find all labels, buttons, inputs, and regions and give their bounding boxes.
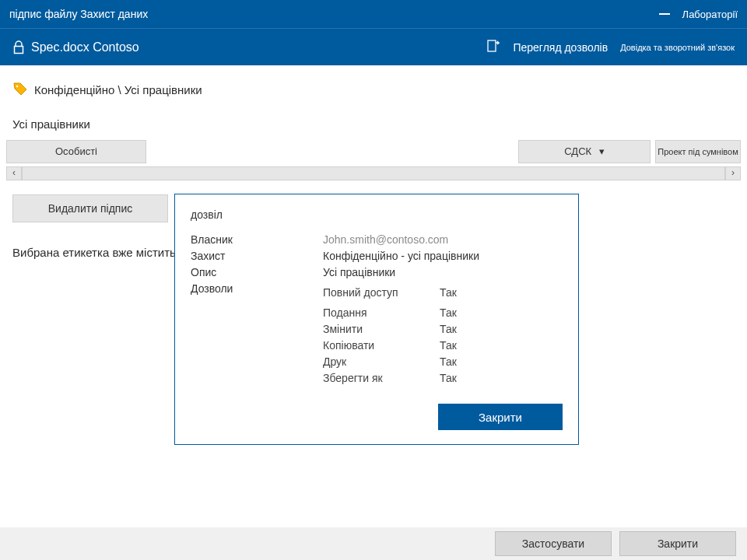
- close-button[interactable]: Закрити: [619, 531, 736, 556]
- permissions-label: Дозволи: [191, 282, 323, 303]
- owner-value: John.smith@contoso.com: [323, 233, 563, 246]
- description-value: Усі працівники: [323, 266, 563, 278]
- perm-val: Так: [440, 286, 486, 299]
- perm-val: Так: [440, 355, 486, 368]
- svg-rect-0: [488, 40, 496, 51]
- perm-key: Змінити: [323, 323, 440, 335]
- lock-icon: [12, 40, 25, 54]
- lab-link[interactable]: Лабораторії: [682, 9, 738, 20]
- minimize-icon[interactable]: [659, 13, 670, 15]
- perm-row: ЗмінитиТак: [323, 323, 563, 335]
- scroll-left-button[interactable]: ‹: [6, 166, 22, 180]
- svg-point-1: [16, 86, 19, 88]
- permissions-first: Повний доступТак: [323, 282, 563, 303]
- label-chip-sdsk[interactable]: СДСК ▾: [518, 140, 651, 163]
- filename: Spec.docx Contoso: [31, 40, 139, 54]
- perm-row: ПоданняТак: [323, 306, 563, 319]
- label-chip-text: СДСК: [564, 145, 591, 157]
- perm-row: Зберегти якТак: [323, 372, 563, 384]
- label-chip-project[interactable]: Проект під сумнівом: [655, 140, 741, 163]
- subheader: Spec.docx Contoso Перегляд дозволів Дові…: [0, 28, 747, 65]
- content-area: Конфіденційно \ Усі працівники Усі праці…: [0, 65, 747, 527]
- label-chip-text: Особисті: [55, 145, 97, 157]
- perm-key: Подання: [323, 306, 440, 319]
- perm-val: Так: [440, 339, 486, 352]
- dialog-heading: дозвіл: [191, 208, 563, 221]
- owner-label: Власник: [191, 233, 323, 246]
- protection-label: Захист: [191, 250, 323, 262]
- titlebar-title: підпис файлу Захист даних: [9, 8, 148, 20]
- scroll-right-button[interactable]: ›: [725, 166, 741, 180]
- perm-key: Копіювати: [323, 339, 440, 352]
- section-title: Усі працівники: [12, 117, 735, 131]
- help-feedback-link[interactable]: Довідка та зворотний зв'язок: [620, 43, 735, 52]
- apply-button[interactable]: Застосувати: [495, 531, 612, 556]
- perm-key: Друк: [323, 355, 440, 368]
- permissions-dialog: дозвіл Власник John.smith@contoso.com За…: [174, 194, 579, 445]
- labels-row: Особисті СДСК ▾ Проект під сумнівом: [6, 140, 741, 163]
- view-permissions-icon[interactable]: [486, 39, 500, 55]
- perm-key: Зберегти як: [323, 372, 440, 384]
- protection-value: Конфіденційно - усі працівники: [323, 250, 563, 262]
- chevron-down-icon: ▾: [599, 141, 605, 163]
- description-label: Опис: [191, 266, 323, 278]
- label-chip-text: Проект під сумнівом: [658, 147, 738, 156]
- perm-val: Так: [440, 372, 486, 384]
- perm-val: Так: [440, 323, 486, 335]
- permissions-list: ПоданняТак ЗмінитиТак КопіюватиТак ДрукТ…: [323, 306, 563, 384]
- breadcrumb-text: Конфіденційно \ Усі працівники: [34, 83, 202, 96]
- label-chip-personal[interactable]: Особисті: [6, 140, 146, 163]
- tag-icon: [12, 81, 28, 99]
- titlebar-controls: Лабораторії: [659, 9, 738, 20]
- view-permissions-link[interactable]: Перегляд дозволів: [513, 41, 608, 54]
- perm-row: КопіюватиТак: [323, 339, 563, 352]
- scroll-track[interactable]: [22, 166, 725, 180]
- perm-key: Повний доступ: [323, 286, 440, 299]
- perm-val: Так: [440, 306, 486, 319]
- remove-label-button[interactable]: Видалити підпис: [12, 194, 168, 222]
- label-scrollbar: ‹ ›: [6, 166, 741, 180]
- footer: Застосувати Закрити: [0, 527, 747, 560]
- perm-row: ДрукТак: [323, 355, 563, 368]
- breadcrumb: Конфіденційно \ Усі працівники: [12, 81, 735, 99]
- dialog-close-button[interactable]: Закрити: [438, 404, 563, 430]
- titlebar: підпис файлу Захист даних Лабораторії: [0, 0, 747, 28]
- note-text: Вибрана етикетка вже містить: [12, 246, 176, 259]
